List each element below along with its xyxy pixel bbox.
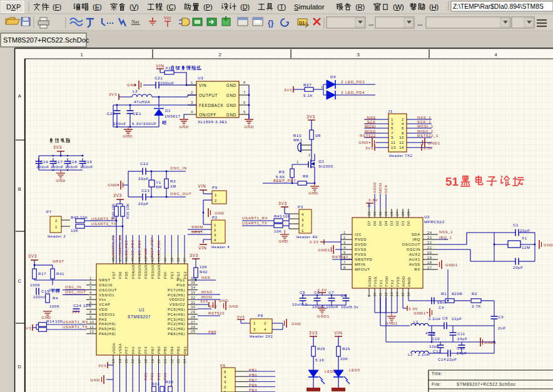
svg-text:OSCIN: OSCIN xyxy=(99,283,113,287)
svg-text:10uf6.3: 10uf6.3 xyxy=(292,303,308,306)
svg-text:USART3_TX: USART3_TX xyxy=(111,235,115,258)
svg-text:GND1: GND1 xyxy=(445,263,458,267)
svg-text:VIN: VIN xyxy=(198,246,206,250)
svg-text:D7: D7 xyxy=(367,221,371,226)
svg-text:3.3V: 3.3V xyxy=(310,239,320,244)
svg-text:P8: P8 xyxy=(258,314,263,318)
svg-text:PC2: PC2 xyxy=(157,373,161,380)
svg-text:GND1: GND1 xyxy=(413,311,426,315)
svg-text:8: 8 xyxy=(89,310,92,314)
svg-text:R4: R4 xyxy=(53,296,58,300)
svg-text:D: D xyxy=(18,364,21,369)
svg-text:1: 1 xyxy=(81,52,84,58)
svg-text:2: 2 xyxy=(89,281,92,284)
svg-text:3: 3 xyxy=(89,286,92,289)
svg-text:OSC_OUT: OSC_OUT xyxy=(65,290,86,294)
svg-text:10uf6.3v: 10uf6.3v xyxy=(341,305,358,309)
svg-text:OSCIN: OSCIN xyxy=(407,248,420,251)
svg-text:PB4: PB4 xyxy=(170,346,174,354)
svg-text:6.3V/330UF: 6.3V/330UF xyxy=(132,121,157,126)
svg-text:1: 1 xyxy=(297,160,299,164)
svg-text:R36: R36 xyxy=(165,379,173,384)
svg-text:20: 20 xyxy=(427,251,432,254)
svg-text:PE5(HS): PE5(HS) xyxy=(168,332,185,336)
svg-text:TVDD: TVDD xyxy=(385,276,388,287)
svg-text:C23: C23 xyxy=(141,188,150,193)
svg-text:5: 5 xyxy=(343,251,346,254)
svg-text:Y1: Y1 xyxy=(156,180,161,184)
svg-text:USART1_RX: USART1_RX xyxy=(242,216,268,220)
svg-text:FEEDBACK: FEEDBACK xyxy=(199,103,224,108)
svg-text:PE3: PE3 xyxy=(249,388,257,392)
svg-text:GND: GND xyxy=(123,134,133,138)
svg-text:20pF: 20pF xyxy=(138,201,149,206)
svg-text:(E): (E) xyxy=(93,3,102,11)
svg-text:SDA: SDA xyxy=(412,233,420,236)
svg-text:(V): (V) xyxy=(129,3,139,11)
svg-text:...: ... xyxy=(368,20,374,27)
svg-text:100mF: 100mF xyxy=(33,294,48,299)
svg-text:USART3_TX: USART3_TX xyxy=(91,222,116,226)
svg-text:GND1: GND1 xyxy=(317,314,330,318)
svg-text:PC1: PC1 xyxy=(150,373,154,380)
svg-text:R42: R42 xyxy=(200,270,208,274)
svg-text:PB7: PB7 xyxy=(151,346,155,354)
svg-text:MOSI: MOSI xyxy=(378,183,382,193)
svg-text:5: 5 xyxy=(224,370,226,374)
svg-text:BEEP_PD7: BEEP_PD7 xyxy=(150,238,154,258)
svg-text:19: 19 xyxy=(151,359,155,363)
svg-text:X1: X1 xyxy=(522,236,527,240)
svg-text:4: 4 xyxy=(214,238,216,242)
svg-text:32: 32 xyxy=(367,211,371,216)
svg-text:RST522: RST522 xyxy=(208,311,225,315)
svg-text:GND: GND xyxy=(544,243,553,247)
svg-text:NRST: NRST xyxy=(191,230,203,234)
svg-text:2: 2 xyxy=(308,153,311,157)
svg-text:...: ... xyxy=(417,20,423,27)
svg-text:OSC_IN: OSC_IN xyxy=(170,166,187,170)
svg-text:C20: C20 xyxy=(107,111,115,116)
svg-text:ON/OFF: ON/OFF xyxy=(199,113,216,117)
svg-text:VSSIO1: VSSIO1 xyxy=(99,293,114,297)
svg-text:C17: C17 xyxy=(54,159,63,164)
svg-text:LED3: LED3 xyxy=(349,368,360,372)
svg-text:100nF: 100nF xyxy=(80,164,93,169)
svg-text:C10: C10 xyxy=(432,337,440,341)
svg-text:NSS_1: NSS_1 xyxy=(439,230,453,234)
svg-text:GND: GND xyxy=(179,124,189,129)
svg-text:27: 27 xyxy=(191,320,196,324)
svg-text:20pF: 20pF xyxy=(520,229,530,233)
svg-text:PD6: PD6 xyxy=(118,271,122,279)
svg-text:(W): (W) xyxy=(393,3,404,11)
svg-text:P5: P5 xyxy=(220,364,226,368)
svg-text:NRST: NRST xyxy=(53,259,64,263)
svg-text:Q1: Q1 xyxy=(318,159,325,163)
svg-text:AUX2: AUX2 xyxy=(409,253,420,256)
svg-text:PA4(HS): PA4(HS) xyxy=(99,322,116,326)
svg-text:P3: P3 xyxy=(298,205,303,209)
svg-text:4: 4 xyxy=(402,122,404,126)
svg-text:10K: 10K xyxy=(55,319,63,323)
svg-text:C11: C11 xyxy=(457,332,465,336)
svg-text:R26: R26 xyxy=(342,347,350,351)
svg-text:10K: 10K xyxy=(200,265,208,269)
svg-text:2: 2 xyxy=(214,228,216,232)
svg-text:1: 1 xyxy=(214,223,216,227)
svg-text:3.3V: 3.3V xyxy=(408,306,419,311)
svg-text:D4: D4 xyxy=(330,74,336,79)
svg-text:C13: C13 xyxy=(457,346,465,350)
svg-text:D1: D1 xyxy=(165,108,171,113)
svg-text:10K: 10K xyxy=(274,229,282,233)
svg-text:100nF: 100nF xyxy=(113,121,126,126)
svg-text:PC2(HS): PC2(HS) xyxy=(168,322,185,326)
svg-text:R14: R14 xyxy=(46,319,54,323)
svg-text:C21: C21 xyxy=(155,76,163,80)
svg-text:100mF: 100mF xyxy=(160,81,175,85)
svg-text:PVDD: PVDD xyxy=(355,238,367,241)
svg-text:VSSA: VSSA xyxy=(118,343,122,354)
svg-text:PD2(HS): PD2(HS) xyxy=(144,263,148,279)
svg-text:3V3: 3V3 xyxy=(309,331,318,335)
svg-text:TVSS: TVSS xyxy=(373,276,377,287)
svg-text:1: 1 xyxy=(343,231,346,234)
svg-text:18: 18 xyxy=(144,359,148,363)
